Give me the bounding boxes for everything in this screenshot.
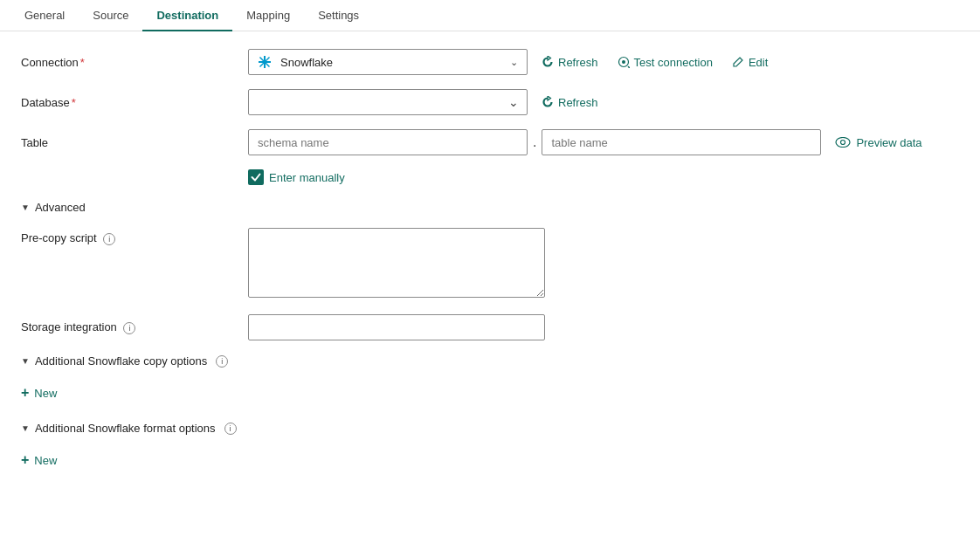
table-section: Table . Preview data — [21, 129, 959, 185]
enter-manually-row: Enter manually — [248, 169, 959, 185]
connection-controls: Snowflake ⌄ Refresh Test connection — [248, 49, 773, 75]
test-connection-icon — [618, 56, 630, 68]
copy-options-plus-icon: + — [21, 385, 29, 401]
pre-copy-row: Pre-copy script i — [21, 228, 959, 300]
storage-label: Storage integration i — [21, 320, 248, 334]
table-inputs: . Preview data — [248, 129, 922, 155]
connection-row: Connection* Snowflake ⌄ — [21, 49, 959, 75]
database-select[interactable] — [248, 89, 528, 115]
pre-copy-textarea[interactable] — [248, 228, 545, 298]
database-refresh-icon — [542, 96, 554, 108]
format-options-section: ▼ Additional Snowflake format options i … — [21, 422, 959, 471]
copy-options-label: Additional Snowflake copy options — [35, 354, 207, 368]
svg-point-9 — [841, 141, 845, 145]
svg-point-6 — [622, 60, 625, 64]
table-label: Table — [21, 136, 248, 149]
chevron-down-icon: ⌄ — [510, 57, 518, 68]
dot-separator: . — [533, 134, 536, 150]
refresh-icon — [542, 56, 554, 68]
tab-general[interactable]: General — [10, 0, 79, 31]
pre-copy-info-icon[interactable]: i — [103, 233, 115, 245]
svg-point-8 — [836, 138, 850, 148]
copy-options-new-button[interactable]: + New — [21, 381, 57, 404]
database-controls: Refresh — [248, 89, 604, 115]
table-row: Table . Preview data — [21, 129, 959, 155]
connection-label: Connection* — [21, 56, 248, 69]
database-row: Database* Refresh — [21, 89, 959, 115]
copy-options-info-icon[interactable]: i — [216, 355, 228, 368]
connection-refresh-button[interactable]: Refresh — [536, 52, 604, 72]
storage-integration-input[interactable] — [248, 314, 545, 340]
copy-options-header[interactable]: ▼ Additional Snowflake copy options i — [21, 354, 959, 368]
database-label: Database* — [21, 96, 248, 109]
advanced-label: Advanced — [35, 201, 86, 214]
advanced-header[interactable]: ▼ Advanced — [21, 201, 959, 214]
advanced-chevron-icon: ▼ — [21, 203, 30, 212]
connection-value: Snowflake — [280, 56, 333, 69]
format-options-header[interactable]: ▼ Additional Snowflake format options i — [21, 422, 959, 435]
checkmark-icon — [251, 172, 261, 182]
schema-name-input[interactable] — [248, 129, 528, 155]
format-options-new-button[interactable]: + New — [21, 449, 57, 471]
pre-copy-label: Pre-copy script i — [21, 228, 248, 245]
format-options-plus-icon: + — [21, 452, 29, 468]
enter-manually-label: Enter manually — [269, 171, 345, 184]
database-select-wrapper — [248, 89, 528, 115]
enter-manually-checkbox[interactable] — [248, 169, 264, 185]
svg-line-7 — [628, 66, 630, 68]
copy-options-chevron-icon: ▼ — [21, 356, 30, 366]
connection-dropdown[interactable]: Snowflake ⌄ — [248, 49, 528, 75]
tab-mapping[interactable]: Mapping — [232, 0, 304, 31]
format-options-label: Additional Snowflake format options — [35, 422, 216, 435]
destination-panel: Connection* Snowflake ⌄ — [0, 31, 980, 489]
advanced-section: ▼ Advanced Pre-copy script i Storage int… — [21, 201, 959, 471]
svg-point-4 — [263, 60, 266, 64]
snowflake-icon — [258, 55, 272, 69]
edit-icon — [732, 56, 744, 68]
storage-info-icon[interactable]: i — [123, 322, 135, 334]
pre-copy-controls — [248, 228, 545, 300]
table-name-input[interactable] — [542, 129, 821, 155]
preview-data-button[interactable]: Preview data — [835, 136, 921, 149]
format-options-chevron-icon: ▼ — [21, 423, 30, 433]
format-options-info-icon[interactable]: i — [224, 423, 237, 435]
copy-options-section: ▼ Additional Snowflake copy options i + … — [21, 354, 959, 404]
test-connection-button[interactable]: Test connection — [612, 52, 718, 72]
preview-icon — [835, 137, 851, 148]
tab-source[interactable]: Source — [79, 0, 142, 31]
storage-row: Storage integration i — [21, 314, 959, 340]
edit-connection-button[interactable]: Edit — [727, 52, 773, 72]
database-refresh-button[interactable]: Refresh — [536, 93, 604, 113]
tab-bar: General Source Destination Mapping Setti… — [0, 0, 980, 31]
tab-destination[interactable]: Destination — [142, 0, 232, 31]
tab-settings[interactable]: Settings — [304, 0, 373, 31]
